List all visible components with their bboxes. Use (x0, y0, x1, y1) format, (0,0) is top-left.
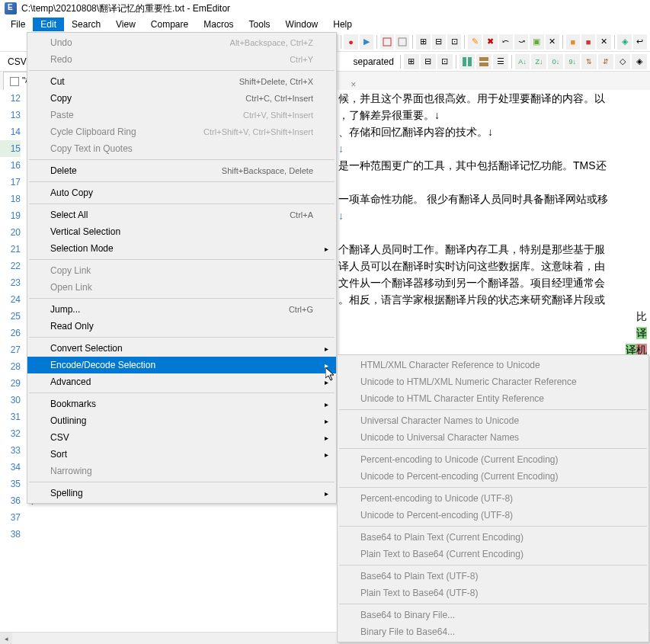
menu-csv[interactable]: CSV▸ (27, 429, 336, 446)
menu-outlining[interactable]: Outlining▸ (27, 412, 336, 429)
menu-paste[interactable]: PasteCtrl+V, Shift+Insert (27, 107, 336, 123)
menu-bookmarks[interactable]: Bookmarks▸ (27, 396, 336, 412)
tool-btn[interactable]: ⊞ (416, 34, 430, 50)
tool-btn[interactable]: ▶ (360, 34, 373, 50)
tool-sort-az[interactable]: A↓ (515, 54, 530, 69)
tool-btn[interactable]: ● (344, 34, 357, 50)
menu-search[interactable]: Search (64, 18, 108, 31)
menu-macros[interactable]: Macros (196, 18, 241, 31)
submenu-unicode-to-percent-current[interactable]: Unicode to Percent-encoding (Current Enc… (338, 468, 648, 485)
tool-btn[interactable]: ⤻ (514, 34, 528, 50)
menu-narrowing[interactable]: Narrowing (27, 463, 336, 479)
line-number: 23 (0, 274, 21, 291)
menu-help[interactable]: Help (325, 18, 360, 31)
tool-sort-90[interactable]: 9↓ (565, 54, 580, 69)
tool-sort-za[interactable]: Z↓ (531, 54, 546, 69)
tool-btn[interactable]: ⊞ (404, 54, 419, 69)
svg-rect-4 (463, 57, 466, 66)
tool-btn[interactable]: ◈ (617, 34, 631, 50)
menu-spelling[interactable]: Spelling▸ (27, 485, 336, 501)
tool-btn[interactable]: ◈ (632, 54, 647, 69)
menu-auto-copy[interactable]: Auto Copy (27, 184, 336, 201)
submenu-percent-to-unicode-current[interactable]: Percent-encoding to Unicode (Current Enc… (338, 451, 648, 468)
tool-btn[interactable]: ■ (581, 34, 595, 50)
menu-cycle-clipboard[interactable]: Cycle Clipboard RingCtrl+Shift+V, Ctrl+S… (27, 123, 336, 140)
tool-btn[interactable]: ↩ (633, 34, 647, 50)
tool-btn[interactable]: ✕ (546, 34, 559, 50)
menu-redo[interactable]: RedoCtrl+Y (27, 51, 336, 68)
svg-rect-5 (468, 57, 472, 66)
submenu-text-to-base64-utf8[interactable]: Plain Text to Base64 (UTF-8) (338, 585, 648, 601)
menu-copy[interactable]: CopyCtrl+C, Ctrl+Insert (27, 90, 336, 107)
menu-copy-quotes[interactable]: Copy Text in Quotes (27, 140, 336, 157)
menu-copy-link[interactable]: Copy Link (27, 262, 336, 279)
svg-rect-6 (479, 57, 488, 61)
tool-btn[interactable]: ✎ (468, 34, 482, 50)
line-number: 19 (0, 207, 21, 224)
tool-btn[interactable] (459, 54, 475, 69)
tool-btn[interactable]: ⊡ (447, 34, 461, 50)
menu-undo[interactable]: UndoAlt+Backspace, Ctrl+Z (27, 34, 336, 51)
line-number: 27 (0, 341, 21, 358)
tool-sort-09[interactable]: 0↓ (548, 54, 563, 69)
menu-view[interactable]: View (108, 18, 143, 31)
menu-encode-decode[interactable]: Encode/Decode Selection▸ (27, 357, 336, 373)
menu-read-only[interactable]: Read Only (27, 318, 336, 335)
tool-btn[interactable]: ✕ (597, 34, 610, 50)
menu-cut[interactable]: CutShift+Delete, Ctrl+X (27, 73, 336, 90)
menu-jump[interactable]: Jump...Ctrl+G (27, 301, 336, 318)
submenu-unicode-to-html-entity[interactable]: Unicode to HTML Character Entity Referen… (338, 390, 648, 407)
line-number: 37 (0, 509, 21, 526)
line-number: 36 (0, 492, 21, 509)
tool-btn[interactable]: ⊟ (432, 34, 446, 50)
submenu-unicode-to-html-numeric[interactable]: Unicode to HTML/XML Numeric Character Re… (338, 373, 648, 390)
menu-select-all[interactable]: Select AllCtrl+A (27, 207, 336, 223)
tool-btn[interactable]: ■ (566, 34, 580, 50)
tool-btn[interactable]: ▣ (530, 34, 543, 50)
menu-tools[interactable]: Tools (242, 18, 278, 31)
tool-btn[interactable]: ◇ (615, 54, 630, 69)
menu-edit[interactable]: Edit (33, 18, 64, 31)
submenu-base64-to-text-utf8[interactable]: Base64 to Plain Text (UTF-8) (338, 568, 648, 585)
menu-compare[interactable]: Compare (143, 18, 196, 31)
tool-btn[interactable]: ☰ (493, 54, 508, 69)
submenu-text-to-base64-current[interactable]: Plain Text to Base64 (Current Encoding) (338, 546, 648, 562)
menu-delete[interactable]: DeleteShift+Backspace, Delete (27, 162, 336, 179)
line-number: 21 (0, 241, 21, 258)
app-icon (5, 2, 17, 14)
tool-btn[interactable]: ⊡ (437, 54, 453, 69)
menu-advanced[interactable]: Advanced▸ (27, 373, 336, 390)
submenu-ucn-to-unicode[interactable]: Universal Character Names to Unicode (338, 412, 648, 429)
tool-btn[interactable]: ✖ (483, 34, 497, 50)
submenu-unicode-to-ucn[interactable]: Unicode to Universal Character Names (338, 429, 648, 446)
submenu-unicode-to-percent-utf8[interactable]: Unicode to Percent-encoding (UTF-8) (338, 507, 648, 524)
menu-vertical-selection[interactable]: Vertical Selection (27, 223, 336, 240)
menu-window[interactable]: Window (278, 18, 326, 31)
tool-btn[interactable]: ⊟ (421, 54, 436, 69)
file-icon (10, 77, 19, 86)
submenu-html-to-unicode[interactable]: HTML/XML Character Reference to Unicode (338, 357, 648, 373)
tab-close-icon[interactable]: × (351, 79, 356, 90)
tool-sort-len[interactable]: ⇅ (581, 54, 597, 69)
separated-label[interactable]: separated (351, 56, 397, 67)
line-number: 20 (0, 224, 21, 241)
scroll-left-button[interactable]: ◂ (0, 633, 12, 644)
tool-btn[interactable] (476, 54, 492, 69)
submenu-binary-to-base64[interactable]: Binary File to Base64... (338, 623, 648, 640)
tool-btn[interactable] (395, 34, 409, 50)
tool-btn[interactable]: ⤺ (499, 34, 513, 50)
submenu-percent-to-unicode-utf8[interactable]: Percent-encoding to Unicode (UTF-8) (338, 490, 648, 507)
submenu-base64-to-text-current[interactable]: Base64 to Plain Text (Current Encoding) (338, 529, 648, 546)
tool-sort[interactable]: ⇵ (598, 54, 613, 69)
menu-sort[interactable]: Sort▸ (27, 446, 336, 463)
line-number: 15 (0, 140, 21, 157)
menu-selection-mode[interactable]: Selection Mode▸ (27, 240, 336, 257)
line-number: 33 (0, 442, 21, 459)
line-number: 24 (0, 291, 21, 308)
menu-open-link[interactable]: Open Link (27, 279, 336, 296)
menu-convert-selection[interactable]: Convert Selection▸ (27, 340, 336, 357)
tool-btn[interactable] (380, 34, 394, 50)
submenu-base64-to-binary[interactable]: Base64 to Binary File... (338, 607, 648, 623)
menu-file[interactable]: File (3, 18, 33, 31)
line-number: 14 (0, 123, 21, 140)
